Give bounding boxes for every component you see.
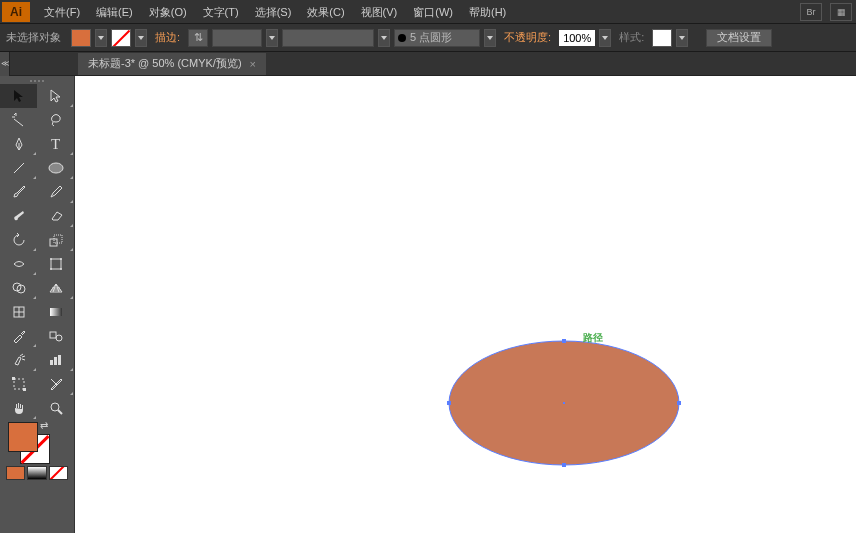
hand-tool[interactable]	[0, 396, 37, 420]
tab-bar: ≪ 未标题-3* @ 50% (CMYK/预览) ×	[0, 52, 856, 76]
slice-tool[interactable]	[37, 372, 74, 396]
menu-help[interactable]: 帮助(H)	[461, 0, 514, 24]
main-area: T ⇄	[0, 76, 856, 533]
menu-edit[interactable]: 编辑(E)	[88, 0, 141, 24]
symbol-sprayer-tool[interactable]	[0, 348, 37, 372]
svg-point-7	[50, 268, 52, 270]
svg-point-16	[56, 335, 62, 341]
menu-window[interactable]: 窗口(W)	[405, 0, 461, 24]
brush-box[interactable]: 5 点圆形	[394, 29, 480, 47]
direct-selection-tool[interactable]	[37, 84, 74, 108]
svg-rect-19	[58, 355, 61, 365]
svg-rect-20	[14, 379, 24, 389]
width-tool[interactable]	[0, 252, 37, 276]
anchor-top[interactable]	[562, 339, 566, 343]
brush-tool[interactable]	[0, 180, 37, 204]
svg-line-24	[58, 410, 62, 414]
document-tab-title: 未标题-3* @ 50% (CMYK/预览)	[88, 56, 242, 71]
rotate-tool[interactable]	[0, 228, 37, 252]
svg-rect-4	[51, 259, 61, 269]
free-transform-tool[interactable]	[37, 252, 74, 276]
artwork[interactable]	[75, 76, 855, 533]
menu-bar: Ai 文件(F) 编辑(E) 对象(O) 文字(T) 选择(S) 效果(C) 视…	[0, 0, 856, 24]
eyedropper-tool[interactable]	[0, 324, 37, 348]
color-mode-solid[interactable]	[6, 466, 25, 480]
style-dd[interactable]	[676, 29, 688, 47]
zoom-tool[interactable]	[37, 396, 74, 420]
svg-point-8	[60, 268, 62, 270]
anchor-right[interactable]	[677, 401, 681, 405]
svg-point-1	[49, 163, 63, 173]
svg-rect-21	[12, 377, 15, 380]
svg-rect-22	[23, 388, 26, 391]
opacity-dd[interactable]	[599, 29, 611, 47]
menu-view[interactable]: 视图(V)	[353, 0, 406, 24]
control-bar: 未选择对象 描边: ⇅ 5 点圆形 不透明度: 100% 样式: 文档设置	[0, 24, 856, 52]
ellipse-tool[interactable]	[37, 156, 74, 180]
center-point	[563, 402, 565, 404]
svg-rect-17	[50, 360, 53, 365]
menu-file[interactable]: 文件(F)	[36, 0, 88, 24]
line-tool[interactable]	[0, 156, 37, 180]
scale-tool[interactable]	[37, 228, 74, 252]
color-mode-gradient[interactable]	[27, 466, 46, 480]
gradient-tool[interactable]	[37, 300, 74, 324]
app-logo: Ai	[2, 2, 30, 22]
doc-setup-button[interactable]: 文档设置	[706, 29, 772, 47]
canvas[interactable]: 路径	[74, 76, 856, 533]
menu-object[interactable]: 对象(O)	[141, 0, 195, 24]
anchor-bottom[interactable]	[562, 463, 566, 467]
mesh-tool[interactable]	[0, 300, 37, 324]
toolbox: T ⇄	[0, 76, 74, 533]
stroke-weight-dd[interactable]	[266, 29, 278, 47]
menu-type[interactable]: 文字(T)	[195, 0, 247, 24]
stroke-dropdown[interactable]	[135, 29, 147, 47]
stroke-profile-dd[interactable]	[378, 29, 390, 47]
type-tool[interactable]: T	[37, 132, 74, 156]
pencil-tool[interactable]	[37, 180, 74, 204]
perspective-grid-tool[interactable]	[37, 276, 74, 300]
brush-dd[interactable]	[484, 29, 496, 47]
brush-label: 5 点圆形	[410, 30, 452, 45]
style-label: 样式:	[615, 30, 648, 45]
magic-wand-tool[interactable]	[0, 108, 37, 132]
arrange-icon[interactable]: ▦	[830, 3, 852, 21]
svg-point-6	[60, 258, 62, 260]
pen-tool[interactable]	[0, 132, 37, 156]
svg-point-23	[51, 403, 59, 411]
stroke-swatch[interactable]	[111, 29, 131, 47]
column-graph-tool[interactable]	[37, 348, 74, 372]
fill-swatch[interactable]	[71, 29, 91, 47]
svg-point-5	[50, 258, 52, 260]
menu-select[interactable]: 选择(S)	[247, 0, 300, 24]
style-swatch[interactable]	[652, 29, 672, 47]
close-tab-icon[interactable]: ×	[250, 58, 256, 70]
stroke-profile-box[interactable]	[282, 29, 374, 47]
selection-tool[interactable]	[0, 84, 37, 108]
artboard-tool[interactable]	[0, 372, 37, 396]
color-mode-none[interactable]	[49, 466, 68, 480]
document-tab[interactable]: 未标题-3* @ 50% (CMYK/预览) ×	[78, 53, 266, 75]
shape-builder-tool[interactable]	[0, 276, 37, 300]
lasso-tool[interactable]	[37, 108, 74, 132]
svg-rect-18	[54, 357, 57, 365]
stroke-weight-link[interactable]: ⇅	[188, 29, 208, 47]
svg-line-0	[14, 163, 24, 173]
stroke-label: 描边:	[151, 30, 184, 45]
color-picker-area: ⇄	[0, 420, 74, 466]
bridge-icon[interactable]: Br	[800, 3, 822, 21]
path-label: 路径	[583, 331, 603, 345]
opacity-value[interactable]: 100%	[559, 30, 595, 46]
anchor-left[interactable]	[447, 401, 451, 405]
blend-tool[interactable]	[37, 324, 74, 348]
color-modes	[0, 466, 74, 480]
panel-toggle[interactable]: ≪	[0, 52, 10, 76]
blob-brush-tool[interactable]	[0, 204, 37, 228]
swap-colors-icon[interactable]: ⇄	[40, 420, 48, 431]
menu-effect[interactable]: 效果(C)	[299, 0, 352, 24]
stroke-weight-box[interactable]	[212, 29, 262, 47]
fill-dropdown[interactable]	[95, 29, 107, 47]
fill-color-swatch[interactable]	[8, 422, 38, 452]
eraser-tool[interactable]	[37, 204, 74, 228]
selection-status: 未选择对象	[6, 30, 67, 45]
